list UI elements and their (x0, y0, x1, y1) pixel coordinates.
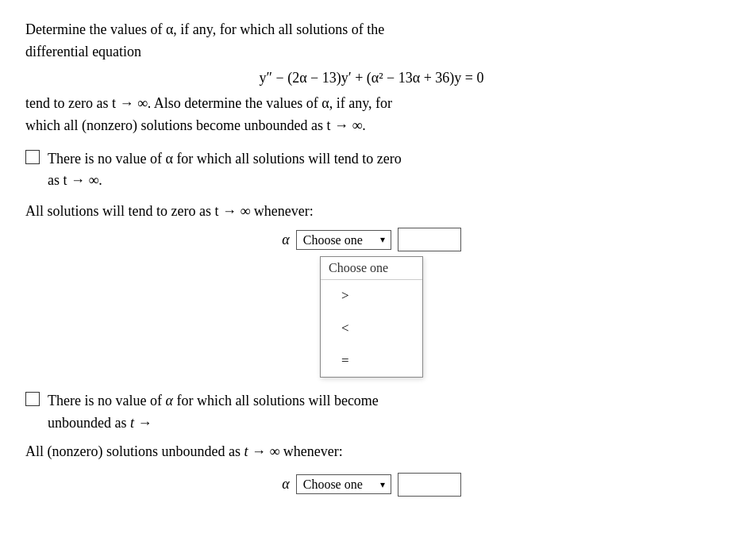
right-text-2: unbounded as t → ∞ whenever: (161, 443, 342, 459)
dropdown-header: Choose one (321, 257, 422, 280)
problem-intro: Determine the values of α, if any, for w… (25, 19, 718, 63)
answer-box-2[interactable] (398, 473, 461, 497)
alpha-symbol-1: α (282, 232, 289, 248)
middle-row: There is no value of α for which all sol… (25, 390, 718, 435)
alpha-row-2: α Choose one > < = ▾ (25, 473, 718, 497)
checkbox-1[interactable] (25, 150, 40, 164)
equation: y″ − (2α − 13)y′ + (α² − 13α + 36)y = 0 (25, 70, 718, 86)
dropdown-1-wrapper: Choose one > < = ▾ (296, 230, 391, 250)
dropdown-open-container: Choose one > < = (25, 256, 718, 378)
alpha-symbol-2: α (282, 476, 289, 493)
nonzero-solutions-row: All (nonzero) solutions unbounded as t →… (25, 441, 718, 463)
dropdown-2[interactable]: Choose one > < = (296, 474, 391, 494)
dropdown-option-lt[interactable]: < (321, 313, 422, 345)
answer-box-1[interactable] (398, 228, 461, 251)
nonzero-label: All (nonzero) solutions (25, 443, 158, 459)
dropdown-1[interactable]: Choose one > < = (296, 230, 391, 250)
alpha-row-1: α Choose one > < = ▾ (25, 228, 718, 251)
problem-outro: tend to zero as t → ∞. Also determine th… (25, 93, 718, 137)
dropdown-option-gt[interactable]: > (321, 280, 422, 313)
dropdown-2-wrapper: Choose one > < = ▾ (296, 474, 391, 494)
checkbox-2[interactable] (25, 392, 40, 406)
tend-zero-section: All solutions will tend to zero as t → ∞… (25, 203, 718, 378)
dropdown-open-menu: Choose one > < = (320, 256, 423, 378)
dropdown-option-eq[interactable]: = (321, 345, 422, 378)
checkbox-row-1: There is no value of α for which all sol… (25, 148, 718, 193)
checkbox-2-text: There is no value of α for which all sol… (48, 390, 379, 435)
tend-zero-label: All solutions will tend to zero as t → ∞… (25, 203, 718, 220)
checkbox-1-text: There is no value of α for which all sol… (48, 148, 402, 193)
